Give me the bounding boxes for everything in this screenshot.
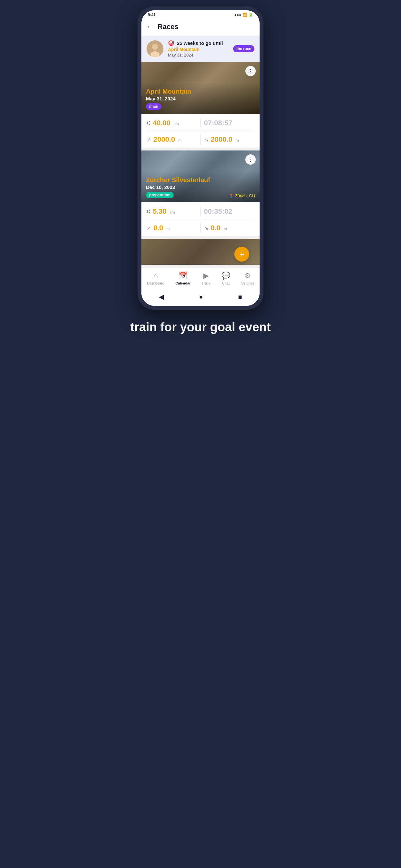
race2-distance-unit: km [170,210,175,216]
stats-divider [147,131,254,131]
race2-name: Zürcher Silvesterlauf [146,176,210,184]
elevation-down-icon2: ↘ [204,225,208,231]
race1-stats-row2: ↗ 2000.0 m ↘ 2000.0 m [147,135,254,144]
race1-date: May 31, 2024 [146,96,191,101]
system-home-button[interactable]: ● [199,293,203,301]
race1-distance-unit: km [174,122,179,127]
race2-distance: 5.30 [153,207,166,216]
stat-divider2 [201,135,201,144]
race1-time: 07:08:57 [204,119,233,127]
race1-elev-down-item: ↘ 2000.0 m [204,135,255,144]
race2-stats-row1: ⑆ 5.30 km 00:35:02 [147,207,254,216]
race2-overlay: Zürcher Silvesterlauf Dec 10, 2023 prepa… [142,173,215,202]
track-label: Track [202,281,211,285]
race1-time-item: 07:08:57 [204,119,255,127]
dashboard-icon: ⌂ [153,272,158,280]
race2-more-button[interactable]: ⋮ [245,154,256,165]
settings-label: Settings [241,281,254,285]
race-badge: the race [233,45,254,52]
race2-stats-row2: ↗ 0.0 m ↘ 0.0 m [147,223,254,233]
stat-divider1 [201,118,201,128]
race2-location: 📍 Zürich, CH [228,193,255,198]
weeks-text: 25 weeks to go until [177,40,223,46]
goal-date: May 31, 2024 [168,53,228,58]
calendar-icon: 📅 [179,272,187,280]
location-pin-icon: 📍 [228,193,234,198]
race2-elev-down: 0.0 [211,224,221,232]
stats-divider2 [147,220,254,220]
race1-overlay: April Mountain May 31, 2024 main [142,84,196,114]
race2-date: Dec 10, 2023 [146,184,210,190]
race2-distance-item: ⑆ 5.30 km [147,207,197,216]
add-race-fab[interactable]: + [235,247,249,261]
dashboard-label: Dashboard [147,281,164,285]
race1-elev-up-unit: m [178,138,181,144]
race2-time-item: 00:35:02 [204,207,255,216]
race1-name: April Mountain [146,88,191,95]
back-button[interactable]: ← [147,23,154,31]
phone-screen: 9:41 ●●● 📶 🔋 ← Races 🎯 25 weeks to [142,10,259,306]
calendar-label: Calendar [175,281,190,285]
nav-calendar[interactable]: 📅 Calendar [175,272,190,285]
goal-race-name: April Mountain [168,47,228,52]
race2-elev-up-unit: m [166,227,170,232]
nav-track[interactable]: ▶ Track [202,272,211,285]
avatar [147,40,163,57]
route-icon: ⑆ [147,120,150,127]
race2-elev-down-item: ↘ 0.0 m [204,224,255,232]
chat-label: Chat [222,281,229,285]
system-nav: ◀ ● ■ [142,290,259,306]
settings-icon: ⚙ [244,272,251,280]
race1-distance-item: ⑆ 40.00 km [147,119,197,127]
race1-elev-down: 2000.0 [211,135,233,144]
race1-stats: ⑆ 40.00 km 07:08:57 ↗ 2000.0 m [142,114,259,148]
race1-more-button[interactable]: ⋮ [245,66,256,76]
bottom-nav: ⌂ Dashboard 📅 Calendar ▶ Track 💬 Chat ⚙ … [142,268,259,290]
race1-image: ⋮ April Mountain May 31, 2024 main [142,62,259,114]
track-icon: ▶ [204,272,209,280]
system-recent-button[interactable]: ■ [238,293,242,301]
goal-info: 🎯 25 weeks to go until April Mountain Ma… [168,40,228,58]
scroll-content[interactable]: ⋮ April Mountain May 31, 2024 main ⑆ 40.… [142,62,259,265]
race2-stats: ⑆ 5.30 km 00:35:02 ↗ 0.0 m [142,202,259,237]
elevation-up-icon2: ↗ [147,225,151,231]
race2-elev-down-unit: m [224,227,227,232]
page-header: ← Races [142,20,259,35]
race2-elev-up: 0.0 [153,224,163,232]
phone-frame: 9:41 ●●● 📶 🔋 ← Races 🎯 25 weeks to [137,6,264,310]
goal-banner[interactable]: 🎯 25 weeks to go until April Mountain Ma… [142,35,259,62]
elevation-down-icon: ↘ [204,136,208,143]
race1-elev-up: 2000.0 [153,135,175,144]
nav-chat[interactable]: 💬 Chat [221,272,230,285]
elevation-up-icon: ↗ [147,136,151,143]
race2-time: 00:35:02 [204,207,233,216]
race2-tag: preparation [146,192,174,198]
race1-stats-row1: ⑆ 40.00 km 07:08:57 [147,118,254,128]
race2-elev-up-item: ↗ 0.0 m [147,224,197,232]
nav-settings[interactable]: ⚙ Settings [241,272,254,285]
race2-image: ⋮ Zürcher Silvesterlauf Dec 10, 2023 pre… [142,151,259,202]
route-icon2: ⑆ [147,208,150,215]
race1-elev-down-unit: m [236,138,239,144]
svg-point-3 [152,44,158,50]
system-back-button[interactable]: ◀ [159,293,164,301]
stat-divider4 [201,223,201,233]
race1-elev-up-item: ↗ 2000.0 m [147,135,197,144]
race1-tag: main [146,103,161,110]
tagline: train for your goal event [124,320,277,335]
stat-divider3 [201,207,201,216]
chat-icon: 💬 [221,272,230,280]
page-title: Races [158,23,179,31]
target-icon: 🎯 [168,40,174,46]
status-bar: 9:41 ●●● 📶 🔋 [142,10,259,20]
nav-dashboard[interactable]: ⌂ Dashboard [147,272,164,285]
race1-distance: 40.00 [153,119,171,127]
